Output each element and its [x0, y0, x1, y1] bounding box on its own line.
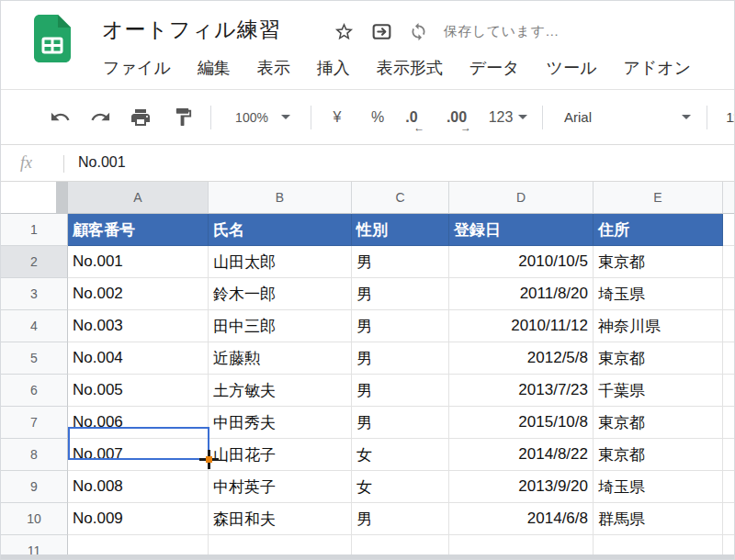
- cell-E5[interactable]: 東京都: [594, 342, 723, 375]
- cell-D7[interactable]: 2015/10/8: [449, 407, 594, 439]
- document-title[interactable]: オートフィル練習: [102, 16, 281, 44]
- cell-C7[interactable]: 男: [352, 407, 449, 439]
- cell-B7[interactable]: 中田秀夫: [209, 407, 352, 439]
- column-header-B[interactable]: B: [209, 182, 352, 214]
- cell-C9[interactable]: 女: [352, 471, 449, 503]
- cell-B1[interactable]: 氏名: [209, 214, 352, 246]
- toolbar-separator: [542, 106, 543, 129]
- cell-C8[interactable]: 女: [352, 439, 449, 471]
- cell-D5[interactable]: 2012/5/8: [449, 342, 594, 375]
- fx-icon: fx: [20, 153, 32, 173]
- menu-item[interactable]: ツール: [547, 57, 597, 79]
- menu-item[interactable]: 表示形式: [377, 57, 443, 79]
- table-row: 4No.003田中三郎男2010/11/12神奈川県: [1, 310, 735, 342]
- cell-D8[interactable]: 2014/8/22: [449, 439, 594, 471]
- column-header-D[interactable]: D: [449, 182, 594, 214]
- cell-C1[interactable]: 性別: [352, 214, 449, 246]
- cell-A4[interactable]: No.003: [68, 310, 209, 342]
- menu-item[interactable]: 挿入: [317, 57, 350, 79]
- cell-E4[interactable]: 神奈川県: [594, 310, 723, 342]
- cell-E1[interactable]: 住所: [594, 214, 723, 246]
- menubar: ファイル編集表示挿入表示形式データツールアドオン: [103, 57, 691, 79]
- cell-A3[interactable]: No.002: [68, 278, 209, 310]
- cell-D4[interactable]: 2010/11/12: [449, 310, 594, 342]
- redo-button[interactable]: [85, 90, 115, 144]
- cell-A7[interactable]: No.006: [68, 407, 209, 439]
- cell-C4[interactable]: 男: [352, 310, 449, 342]
- formula-input[interactable]: No.001: [78, 154, 126, 171]
- cell-C3[interactable]: 男: [352, 278, 449, 310]
- cell-B10[interactable]: 森田和夫: [209, 503, 352, 535]
- cell-A1[interactable]: 顧客番号: [68, 214, 209, 246]
- menu-item[interactable]: 表示: [257, 57, 290, 79]
- chevron-down-icon: [281, 115, 290, 119]
- cell-C5[interactable]: 男: [352, 342, 449, 375]
- zoom-select[interactable]: 100%: [221, 90, 304, 144]
- cell-D9[interactable]: 2013/9/20: [449, 471, 594, 503]
- menu-item[interactable]: 編集: [198, 57, 231, 79]
- cell-D10[interactable]: 2014/6/8: [449, 503, 594, 535]
- cell-D1[interactable]: 登録日: [449, 214, 594, 246]
- cell-B6[interactable]: 土方敏夫: [209, 375, 352, 407]
- cell-D3[interactable]: 2011/8/20: [449, 278, 594, 310]
- row-header-5[interactable]: 5: [1, 342, 68, 375]
- cell-D2[interactable]: 2010/10/5: [449, 246, 594, 278]
- undo-button[interactable]: [45, 90, 74, 144]
- cell-C2[interactable]: 男: [352, 246, 449, 278]
- cell-B5[interactable]: 近藤勲: [209, 342, 352, 375]
- cell-C10[interactable]: 男: [352, 503, 449, 535]
- cell-A5[interactable]: No.004: [68, 342, 209, 375]
- cell-A10[interactable]: No.009: [68, 503, 209, 535]
- move-to-folder-icon[interactable]: [370, 20, 393, 43]
- cell-A8[interactable]: No.007: [68, 439, 209, 471]
- format-currency-button[interactable]: ¥: [324, 90, 350, 144]
- column-header-C[interactable]: C: [352, 182, 449, 214]
- row-header-8[interactable]: 8: [1, 439, 68, 471]
- cell-B8[interactable]: 山田花子: [209, 439, 352, 471]
- font-size-select[interactable]: 11: [719, 90, 735, 144]
- cell-B2[interactable]: 山田太郎: [209, 246, 352, 278]
- cell-C6[interactable]: 男: [352, 375, 449, 407]
- increase-decimal-button[interactable]: .00→: [438, 90, 475, 144]
- more-formats-button[interactable]: 123: [482, 90, 534, 144]
- cell-E8[interactable]: 東京都: [594, 439, 723, 471]
- row-header-6[interactable]: 6: [1, 375, 68, 407]
- row-header-4[interactable]: 4: [1, 310, 68, 342]
- cell-E7[interactable]: 東京都: [594, 407, 723, 439]
- cell-E10[interactable]: 群馬県: [594, 503, 723, 535]
- cell-A2[interactable]: No.001: [68, 246, 209, 278]
- cell-sliver: [723, 246, 735, 278]
- row-header-3[interactable]: 3: [1, 278, 68, 310]
- column-header-A[interactable]: A: [68, 182, 209, 214]
- font-family-select[interactable]: Arial: [559, 90, 696, 144]
- sheets-logo[interactable]: [34, 15, 71, 62]
- paint-format-button[interactable]: [167, 90, 198, 144]
- menu-item[interactable]: ファイル: [103, 57, 171, 79]
- cell-A6[interactable]: No.005: [68, 375, 209, 407]
- table-row: 2No.001山田太郎男2010/10/5東京都: [1, 246, 735, 278]
- cell-B9[interactable]: 中村英子: [209, 471, 352, 503]
- cell-E9[interactable]: 埼玉県: [594, 471, 723, 503]
- menu-item[interactable]: アドオン: [623, 57, 691, 79]
- cell-A9[interactable]: No.008: [68, 471, 209, 503]
- row-header-1[interactable]: 1: [1, 214, 68, 246]
- select-all-corner[interactable]: [1, 182, 68, 214]
- cell-D6[interactable]: 2013/7/23: [449, 375, 594, 407]
- column-header-E[interactable]: E: [594, 182, 723, 214]
- decrease-decimal-button[interactable]: .0←: [396, 90, 427, 144]
- print-button[interactable]: [125, 90, 156, 144]
- cell-E6[interactable]: 千葉県: [594, 375, 723, 407]
- row-header-10[interactable]: 10: [1, 503, 68, 535]
- font-size-value: 11: [726, 109, 735, 125]
- cell-E2[interactable]: 東京都: [594, 246, 723, 278]
- menu-item[interactable]: データ: [469, 57, 520, 79]
- cell-E3[interactable]: 埼玉県: [594, 278, 723, 310]
- row-header-9[interactable]: 9: [1, 471, 68, 503]
- star-icon[interactable]: [334, 21, 355, 42]
- format-percent-button[interactable]: %: [365, 90, 390, 144]
- header-resize-bar[interactable]: [56, 182, 67, 213]
- row-header-7[interactable]: 7: [1, 407, 68, 439]
- row-header-2[interactable]: 2: [1, 246, 68, 278]
- cell-B3[interactable]: 鈴木一郎: [209, 278, 352, 310]
- cell-B4[interactable]: 田中三郎: [209, 310, 352, 342]
